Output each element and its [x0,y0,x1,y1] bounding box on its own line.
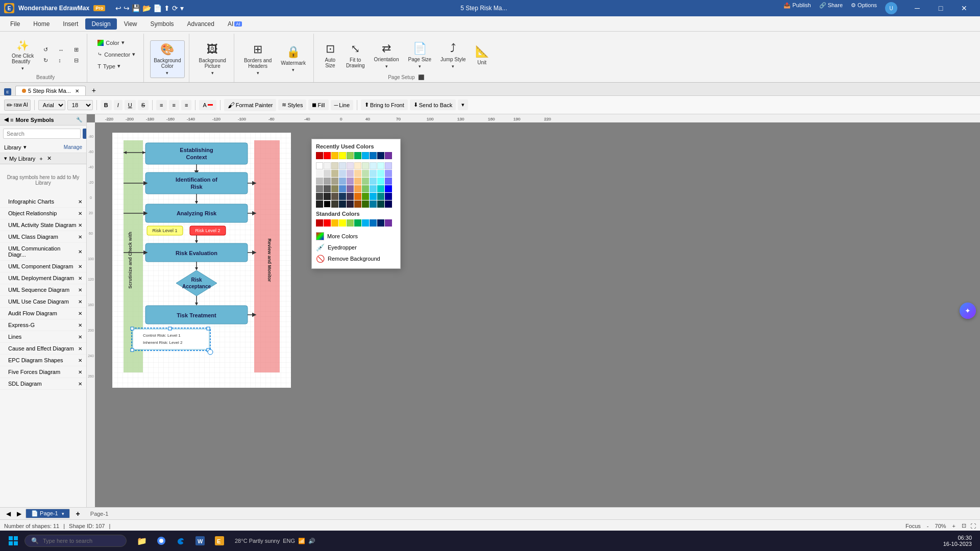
format-painter-button[interactable]: 🖌 Format Painter [224,99,277,111]
item-close[interactable]: ✕ [78,299,82,305]
sidebar-item-sdl[interactable]: SDL Diagram ✕ [0,378,86,390]
distribute-button[interactable]: ⊟ [70,56,83,65]
theme-color[interactable] [316,170,323,177]
item-close[interactable]: ✕ [78,211,82,216]
avatar[interactable]: U [885,2,897,14]
font-color-button[interactable]: A [199,100,216,110]
align-right-button[interactable]: ≡ [181,100,191,110]
menu-ai[interactable]: AI AI [222,18,248,30]
theme-color[interactable] [354,193,361,200]
type-dropdown[interactable]: ▾ [117,63,120,69]
theme-color[interactable] [324,170,331,177]
search-button[interactable]: Search [83,129,87,139]
sidebar-item-uml-component[interactable]: UML Component Diagram ✕ [0,261,86,272]
theme-color[interactable] [347,201,354,208]
theme-color[interactable] [354,178,361,185]
theme-color[interactable] [377,170,384,177]
menu-view[interactable]: View [118,18,143,30]
recent-color-8[interactable] [370,152,377,159]
theme-color[interactable] [324,178,331,185]
rotate-right-button[interactable]: ↻ [39,56,52,65]
theme-color[interactable] [339,170,346,177]
item-close[interactable]: ✕ [78,264,82,269]
item-close[interactable]: ✕ [78,358,82,363]
type-button[interactable]: T Type ▾ [93,61,125,71]
sidebar-item-uml-deployment[interactable]: UML Deployment Diagram ✕ [0,272,86,284]
sidebar-item-lines[interactable]: Lines ✕ [0,331,86,343]
styles-button[interactable]: ≋ Styles [278,99,306,110]
theme-color[interactable] [385,178,392,185]
menu-file[interactable]: File [4,18,26,30]
theme-color[interactable] [339,201,346,208]
canvas-area[interactable]: -220 -200 -180 -160 -140 -120 -100 -60 -… [87,114,980,507]
tab-active[interactable]: 5 Step Risk Ma... ✕ [15,86,86,95]
theme-color[interactable] [377,162,384,169]
sidebar-item-uml-activity[interactable]: UML Activity State Diagram ✕ [0,219,86,231]
theme-color[interactable] [377,185,384,192]
recent-color-6[interactable] [354,152,361,159]
theme-color[interactable] [347,162,354,169]
theme-color[interactable] [316,162,323,169]
item-close[interactable]: ✕ [78,222,82,228]
theme-color[interactable] [324,162,331,169]
taskbar-file-explorer[interactable]: 📁 [133,532,151,550]
open-button[interactable]: 📂 [142,4,151,12]
theme-color[interactable] [385,193,392,200]
taskbar-edge[interactable] [172,532,190,550]
bg-picture-dropdown[interactable]: ▾ [211,70,214,76]
rotate-left-button[interactable]: ↺ [39,45,52,55]
theme-color[interactable] [370,193,377,200]
borders-dropdown[interactable]: ▾ [257,70,259,76]
page-setup-expand[interactable]: ⬛ [418,74,424,80]
options-button[interactable]: ⚙ Options [851,2,877,14]
more-button[interactable]: ▾ [180,4,184,12]
search-input[interactable] [3,129,81,139]
flip-v-button[interactable]: ↕ [54,56,68,65]
theme-color[interactable] [339,193,346,200]
jump-style-dropdown[interactable]: ▾ [452,64,454,69]
taskbar-clock[interactable]: 06:30 16-10-2023 [943,535,972,547]
theme-color[interactable] [362,185,369,192]
taskbar-edraw[interactable]: E [210,532,229,550]
eyedropper-button[interactable]: 💉 Eyedropper [316,242,396,253]
item-close[interactable]: ✕ [78,287,82,293]
publish-button[interactable]: 📤 Publish [783,2,811,14]
theme-color[interactable] [377,178,384,185]
bold-button[interactable]: B [101,100,112,110]
network-icon[interactable]: 📶 [298,538,305,544]
theme-color[interactable] [324,185,331,192]
send-to-back-button[interactable]: ⬇ Send to Back [410,99,456,110]
theme-color[interactable] [385,162,392,169]
fill-button[interactable]: ◼ Fill [308,99,328,110]
theme-color[interactable] [385,170,392,177]
theme-color[interactable] [347,185,354,192]
sidebar-item-audit-flow[interactable]: Audit Flow Diagram ✕ [0,308,86,319]
theme-color[interactable] [377,193,384,200]
my-library-add[interactable]: + [39,156,42,162]
theme-color[interactable] [324,193,331,200]
flip-h-button[interactable]: ↔ [54,45,68,55]
more-colors-button[interactable]: More Colors [316,231,396,242]
auto-size-button[interactable]: ⊡ AutoSize [320,40,340,71]
watermark-dropdown[interactable]: ▾ [292,67,295,72]
theme-color[interactable] [370,162,377,169]
sidebar-item-five-forces[interactable]: Five Forces Diagram ✕ [0,366,86,378]
std-color-4[interactable] [339,219,346,227]
theme-color[interactable] [370,185,377,192]
new-button[interactable]: 📄 [153,4,162,12]
page-size-button[interactable]: 📄 Page Size ▾ [405,39,435,71]
connector-button[interactable]: ⤷ Connector ▾ [93,49,139,59]
font-size-selector[interactable]: 18 [67,100,93,110]
std-color-8[interactable] [370,219,377,227]
item-close[interactable]: ✕ [78,369,82,375]
sidebar-item-object-relationship[interactable]: Object Relationship ✕ [0,208,86,219]
color-dropdown[interactable]: ▾ [121,39,125,46]
minimize-button[interactable]: ─ [905,0,929,16]
save-button[interactable]: 💾 [132,4,140,12]
full-screen-button[interactable]: ⛶ [970,523,976,529]
background-color-button[interactable]: 🎨 BackgroundColor ▾ [150,40,184,78]
my-library-collapse[interactable]: ▾ [4,155,7,162]
item-close[interactable]: ✕ [78,199,82,205]
underline-button[interactable]: U [125,100,136,110]
undo-button[interactable]: ↩ [115,4,121,12]
